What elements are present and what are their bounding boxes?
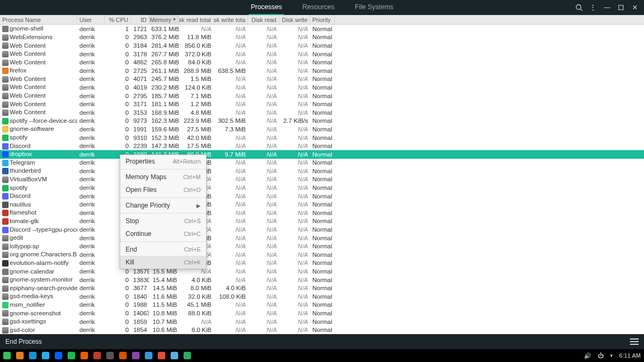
process-table[interactable]: gnome-shellderrik11721633.1 MiBN/AN/AN/A… — [0, 25, 644, 334]
clock[interactable]: 6:11 AM — [619, 352, 641, 359]
col-memory[interactable]: Memory ▼ — [149, 15, 179, 24]
cell-drt: 124.0 KiB — [179, 84, 214, 91]
col-id[interactable]: ID — [131, 15, 149, 24]
table-row[interactable]: lollypop-spderrikiBN/AN/AN/AN/ANormal — [0, 242, 644, 250]
table-row[interactable]: firefoxderrik02725261.1 MiB288.9 MiB638.… — [0, 67, 644, 75]
col-disk-write[interactable]: Disk write — [279, 15, 310, 24]
ctx-continue[interactable]: ContinueCtrl+C — [120, 227, 206, 240]
col-disk-read[interactable]: Disk read — [248, 15, 279, 24]
col-disk-write-total[interactable]: Disk write tota — [214, 15, 248, 24]
table-row[interactable]: WebExtensionsderrik02963376.2 MiB11.8 Mi… — [0, 33, 644, 42]
cell-priority: Normal — [310, 135, 335, 141]
table-row[interactable]: gnome-calendarderrik01357915.5 MiBN/AN/A… — [0, 267, 644, 276]
power-icon[interactable]: ⏻ — [598, 352, 604, 359]
cell-drt: 11.8 MiB — [179, 34, 214, 40]
chevron-down-icon[interactable]: ▾ — [610, 353, 613, 358]
steam2-icon[interactable] — [106, 352, 114, 359]
end-process-button[interactable]: End Process — [5, 338, 42, 345]
ctx-memory-maps[interactable]: Memory MapsCtrl+M — [120, 171, 206, 183]
col-user[interactable]: User — [77, 15, 105, 24]
files-icon[interactable] — [171, 352, 178, 359]
table-row[interactable]: Web Contentderrik04071245.7 MiB1.5 MiBN/… — [0, 75, 644, 84]
table-row[interactable]: gnome-system-monitorderrik01383015.4 MiB… — [0, 276, 644, 284]
table-row[interactable]: TelegramderrikiB116.0 KiBN/AN/AN/ANormal — [0, 159, 644, 167]
col-priority[interactable]: Priority — [310, 15, 335, 24]
col-disk-read-total[interactable]: Disk read total — [179, 15, 214, 24]
table-row[interactable]: Web Contentderrik03184281.4 MiB856.0 KiB… — [0, 41, 644, 50]
app-icon[interactable] — [119, 352, 127, 359]
table-row[interactable]: gnome-shellderrik11721633.1 MiBN/AN/AN/A… — [0, 25, 644, 33]
table-row[interactable]: tomate-gtkderrik/AN/AN/AN/AN/ANormal — [0, 217, 644, 226]
table-row[interactable]: dropboxderrik01989141.3 MiB80.9 MiB9.7 M… — [0, 150, 644, 159]
maximize-icon[interactable] — [617, 4, 625, 11]
table-row[interactable]: spotifyderrikiBN/AN/AN/AN/ANormal — [0, 183, 644, 192]
table-row[interactable]: Web Contentderrik03153168.9 MiB4.8 MiBN/… — [0, 108, 644, 117]
cell-dwt: N/A — [214, 252, 248, 258]
process-name: Web Content — [10, 76, 46, 82]
dropbox-icon[interactable] — [55, 352, 62, 359]
process-name: gsd-color — [10, 327, 35, 333]
col-name[interactable]: Process Name — [0, 15, 77, 24]
steam-icon[interactable] — [29, 352, 36, 359]
table-row[interactable]: gnome-softwarederrik01991159.6 MiB27.5 M… — [0, 125, 644, 134]
close-icon[interactable]: ✕ — [631, 4, 639, 11]
editor-icon[interactable] — [145, 352, 152, 359]
terminal-icon[interactable] — [184, 352, 191, 359]
ctx-open-files[interactable]: Open FilesCtrl+O — [120, 183, 206, 196]
doc-icon[interactable] — [158, 352, 165, 359]
table-row[interactable]: gnome-screenshotderrik01406310.8 MiB88.0… — [0, 309, 644, 317]
context-menu[interactable]: PropertiesAlt+ReturnMemory MapsCtrl+MOpe… — [120, 154, 207, 269]
cell-memory: 147.3 MiB — [149, 143, 179, 149]
kebab-menu-icon[interactable]: ⋮ — [589, 4, 597, 11]
table-row[interactable]: geditderrik/A36.0 KiBN/AN/AN/ANormal — [0, 234, 644, 242]
cell-dr: N/A — [248, 243, 279, 249]
code-icon[interactable] — [132, 352, 140, 359]
table-row[interactable]: spotify --force-device-scale-faderrik092… — [0, 117, 644, 125]
table-row[interactable]: gsd-media-keysderrik0184011.6 MiB32.0 Ki… — [0, 292, 644, 301]
cell-id: 1721 — [131, 26, 149, 32]
trash-icon[interactable] — [93, 352, 101, 359]
ctx-properties[interactable]: PropertiesAlt+Return — [120, 155, 206, 168]
tab-processes[interactable]: Processes — [248, 0, 284, 15]
start-menu-icon[interactable] — [3, 352, 11, 359]
table-row[interactable]: org.gnome.Characters.Backgrоderrik/AN/AN… — [0, 250, 644, 259]
telegram-icon[interactable] — [42, 352, 49, 359]
table-row[interactable]: flameshotderrikiB1.4 MiBN/AN/AN/ANormal — [0, 209, 644, 217]
process-name: Web Content — [10, 59, 46, 65]
table-row[interactable]: evolution-alarm-notifyderrik0198215.6 Mi… — [0, 259, 644, 268]
ctx-end[interactable]: EndCtrl+E — [120, 243, 206, 256]
table-row[interactable]: DiscordderrikiB20.9 MiBN/AN/AN/ANormal — [0, 192, 644, 201]
table-row[interactable]: Discordderrik02239147.3 MiB17.5 MiBN/AN/… — [0, 142, 644, 150]
tab-filesystems[interactable]: File Systems — [353, 0, 396, 15]
table-row[interactable]: epiphany-search-providerderrik0367714.5 … — [0, 284, 644, 292]
table-row[interactable]: Discord --type=gpu-process --derrikiBN/A… — [0, 225, 644, 234]
hamburger-menu-icon[interactable] — [630, 338, 639, 345]
table-row[interactable]: Web Contentderrik04862265.8 MiB84.0 KiBN… — [0, 58, 644, 67]
cell-dr: N/A — [248, 34, 279, 40]
table-row[interactable]: gsd-colorderrik0185410.6 MiB8.0 KiBN/AN/… — [0, 326, 644, 334]
table-row[interactable]: thunderbirdderrikiB4.6 MiBN/AN/AN/ANorma… — [0, 167, 644, 175]
ctx-change-priority[interactable]: Change Priority▶ — [120, 199, 206, 212]
cell-cpu: 0 — [105, 109, 131, 116]
spotify-icon[interactable] — [68, 352, 75, 359]
table-row[interactable]: spotifyderrik09310152.3 MiB42.0 MiBN/AN/… — [0, 134, 644, 142]
search-icon[interactable] — [575, 4, 583, 11]
table-row[interactable]: VirtualBoxVMderrik/AN/AN/AN/AN/ANormal — [0, 175, 644, 184]
vlc-icon[interactable] — [80, 352, 88, 359]
table-row[interactable]: Web Contentderrik03178267.7 MiB372.0 KiB… — [0, 50, 644, 58]
table-row[interactable]: nautilusderrikiB108.0 KiBN/AN/AN/ANormal — [0, 200, 644, 209]
tab-resources[interactable]: Resources — [301, 0, 337, 15]
firefox-icon[interactable] — [16, 352, 24, 359]
ctx-kill[interactable]: KillCtrl+K — [120, 256, 206, 269]
table-row[interactable]: msm_notifierderrik0198811.5 MiB45.1 MiBN… — [0, 301, 644, 309]
table-row[interactable]: Web Contentderrik02795185.7 MiB7.1 MiBN/… — [0, 92, 644, 100]
table-row[interactable]: Web Contentderrik03171181.1 MiB1.2 MiBN/… — [0, 100, 644, 108]
table-row[interactable]: Web Contentderrik04019230.2 MiB124.0 KiB… — [0, 83, 644, 92]
col-cpu[interactable]: % CPU — [105, 15, 131, 24]
cell-dwt: 302.5 MiB — [214, 117, 248, 124]
ctx-stop[interactable]: StopCtrl+S — [120, 215, 206, 227]
table-row[interactable]: gsd-xsettingsderrik0185910.7 MiBN/AN/AN/… — [0, 317, 644, 326]
cell-priority: Normal — [310, 310, 335, 316]
minimize-icon[interactable]: — — [603, 4, 611, 11]
volume-icon[interactable]: 🔊 — [584, 352, 591, 359]
